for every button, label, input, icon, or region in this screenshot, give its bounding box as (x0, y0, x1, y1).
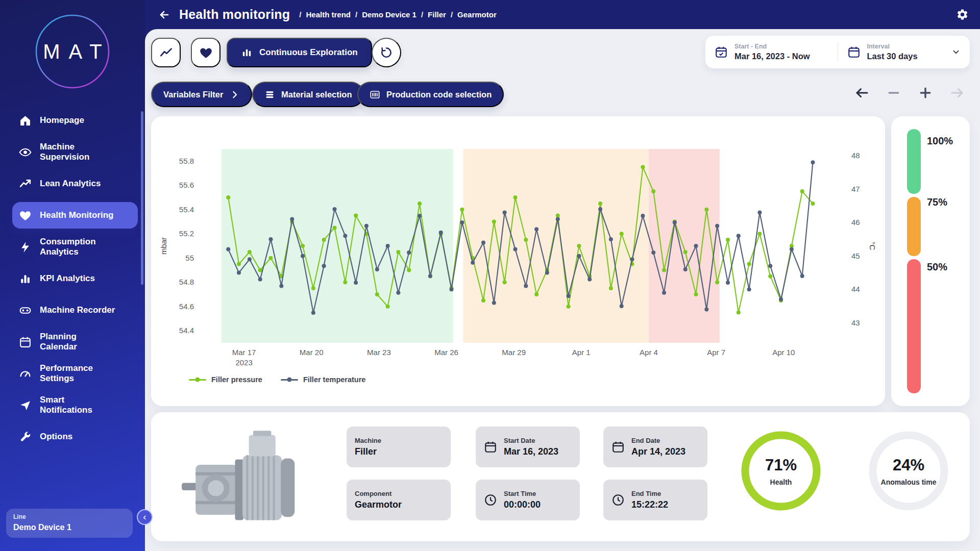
svg-text:°C: °C (868, 242, 877, 251)
sidebar-item-kpi-analytics[interactable]: KPI Analytics (12, 265, 138, 292)
anomalous-time-gauge-value: 24% (893, 456, 924, 474)
anomalous-time-gauge: 24% Anomalous time (865, 428, 952, 530)
sidebar-item-homepage[interactable]: Homepage (12, 107, 138, 134)
eye-icon (18, 145, 32, 159)
breadcrumb-separator: / (421, 10, 423, 19)
svg-text:54.8: 54.8 (179, 278, 194, 286)
production-code-selection-button[interactable]: Production code selection (357, 82, 504, 107)
gear-icon (956, 8, 969, 21)
history-button[interactable] (372, 38, 401, 67)
chart-navigation-controls (853, 84, 966, 102)
date-controls: Start - End Mar 16, 2023 - Now Interval … (705, 36, 970, 68)
sidebar-item-performance-settings[interactable]: Performance Settings (12, 360, 138, 387)
legend-filler-pressure[interactable]: Filler pressure (189, 375, 262, 384)
health-view-button[interactable] (191, 38, 220, 67)
svg-text:46: 46 (851, 218, 860, 227)
health-scale-segment (907, 129, 921, 194)
start-date-value: Mar 16, 2023 (504, 446, 558, 457)
breadcrumb-demo-device[interactable]: Demo Device 1 (362, 10, 416, 19)
breadcrumb-separator: / (451, 10, 453, 19)
gauge-icon (18, 367, 32, 380)
sidebar-item-consumption-analytics[interactable]: Consumption Analytics (12, 234, 138, 260)
legend-swatch-temperature (281, 379, 298, 381)
material-selection-button[interactable]: Material selection (252, 82, 364, 107)
start-time-tile: Start Time 00:00:00 (476, 480, 580, 520)
scale-label-75: 75% (927, 196, 947, 208)
zoom-in-button[interactable] (917, 84, 934, 102)
variables-filter-button[interactable]: Variables Filter (151, 82, 252, 107)
end-date-label: End Date (631, 437, 685, 444)
svg-text:54.6: 54.6 (179, 302, 194, 311)
sidebar-scrollbar[interactable] (141, 111, 143, 285)
home-icon (18, 114, 32, 127)
arrow-left-icon (854, 85, 870, 101)
legend-filler-temperature[interactable]: Filler temperature (281, 375, 366, 384)
breadcrumb-gearmotor[interactable]: Gearmotor (457, 10, 497, 19)
zoom-out-button[interactable] (885, 84, 902, 102)
sidebar-item-label: Options (40, 432, 72, 442)
interval-value: Last 30 days (867, 52, 918, 61)
sidebar-item-smart-notifications[interactable]: Smart Notifications (12, 392, 138, 418)
continuous-exploration-label: Continuous Exploration (259, 47, 358, 58)
sidebar-item-lean-analytics[interactable]: Lean Analytics (12, 170, 138, 197)
component-value: Gearmotor (355, 499, 402, 510)
pan-left-button[interactable] (853, 84, 871, 102)
date-range-label: Start - End (734, 43, 810, 50)
sidebar-item-machine-recorder[interactable]: Machine Recorder (12, 297, 138, 323)
settings-button[interactable] (954, 7, 970, 22)
scale-label-100: 100% (927, 135, 953, 147)
end-time-value: 15:22:22 (631, 499, 668, 510)
sidebar-item-planning-calendar[interactable]: Planning Calendar (12, 329, 138, 355)
sidebar-item-label: Planning Calendar (40, 332, 77, 352)
svg-text:Apr 7: Apr 7 (707, 348, 725, 357)
wrench-icon (18, 430, 32, 443)
end-time-label: End Time (631, 490, 668, 497)
breadcrumb-filler[interactable]: Filler (428, 10, 446, 19)
scale-label-50: 50% (927, 261, 947, 273)
health-gauge-value: 71% (765, 456, 797, 474)
device-selector-value: Demo Device 1 (13, 523, 126, 532)
calendar-icon (847, 45, 861, 59)
svg-text:55.6: 55.6 (179, 181, 194, 189)
sidebar-nav: Homepage Machine Supervision Lean Analyt… (0, 95, 145, 450)
back-button[interactable] (157, 7, 172, 22)
history-icon (380, 46, 393, 59)
heart-icon (18, 209, 32, 222)
continuous-exploration-button[interactable]: Continuous Exploration (227, 38, 372, 67)
sidebar-item-label: Health Monitoring (40, 210, 113, 220)
health-trend-chart[interactable]: 55.855.655.455.25554.854.654.44847464544… (151, 116, 885, 371)
calendar-icon (484, 440, 497, 454)
date-range-picker[interactable]: Start - End Mar 16, 2023 - Now (705, 36, 838, 68)
pan-right-button (948, 84, 966, 102)
app-logo: MAT (34, 13, 111, 90)
sidebar-item-machine-supervision[interactable]: Machine Supervision (12, 139, 138, 165)
breadcrumb-health-trend[interactable]: Health trend (306, 10, 351, 19)
variables-filter-label: Variables Filter (163, 90, 223, 99)
back-arrow-icon (158, 9, 170, 21)
sidebar-item-label: Homepage (40, 115, 84, 126)
recorder-icon (18, 304, 32, 317)
svg-text:Mar 20: Mar 20 (300, 348, 324, 357)
anomalous-time-gauge-label: Anomalous time (881, 478, 937, 486)
sidebar-item-health-monitoring[interactable]: Health Monitoring (12, 202, 138, 229)
minus-icon (886, 85, 901, 101)
start-date-tile: Start Date Mar 16, 2023 (476, 427, 580, 467)
trend-view-button[interactable] (151, 38, 181, 67)
end-date-value: Apr 14, 2023 (631, 446, 685, 457)
lightning-icon (18, 240, 32, 254)
sidebar-item-label: Lean Analytics (40, 179, 101, 189)
bars-icon (241, 47, 253, 59)
health-trend-chart-card: 55.855.655.455.25554.854.654.44847464544… (151, 116, 885, 406)
breadcrumb: / Health trend / Demo Device 1 / Filler … (299, 10, 496, 19)
sidebar-item-options[interactable]: Options (12, 423, 138, 450)
arrow-right-icon (949, 85, 965, 101)
sidebar-collapse-button[interactable]: ‹ (137, 509, 153, 525)
svg-text:Mar 17: Mar 17 (232, 348, 256, 357)
device-selector[interactable]: Line Demo Device 1 (6, 509, 133, 538)
interval-picker[interactable]: Interval Last 30 days (838, 36, 970, 68)
heart-icon (199, 46, 213, 60)
svg-text:44: 44 (851, 285, 860, 293)
health-monitoring-app: MAT Homepage Machine Supervision Lean An… (0, 0, 980, 551)
health-gauge-label: Health (770, 478, 792, 486)
health-scale-segment (907, 197, 921, 256)
